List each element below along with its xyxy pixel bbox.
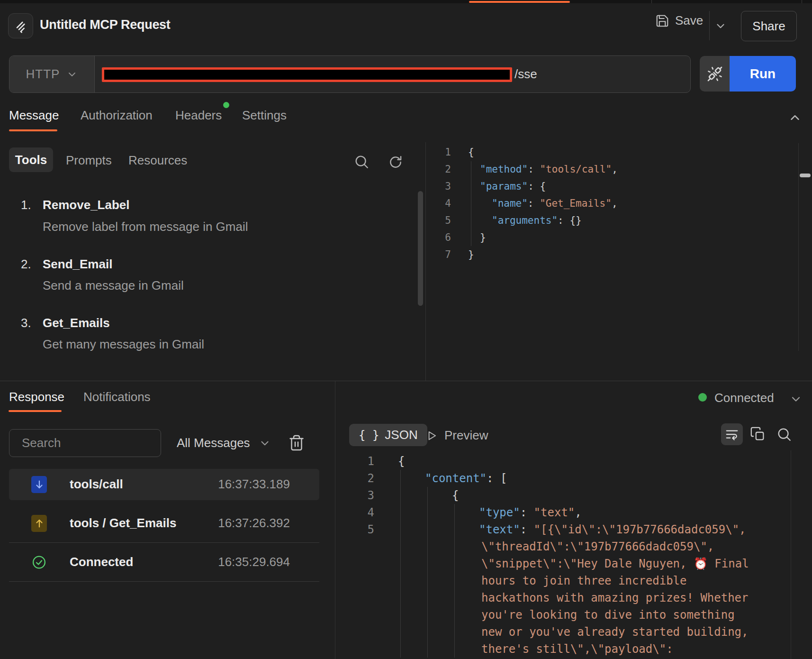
tool-item-name[interactable]: Remove_Label: [43, 198, 130, 212]
tool-item-name[interactable]: Get_Emails: [43, 316, 110, 330]
request-json-editor[interactable]: 1{2"method": "tools/call",3"params": {4"…: [425, 144, 618, 263]
code-line: \"threadId\":\"197b77666dadc059\",: [335, 538, 749, 555]
tab-strip-divider: [802, 0, 802, 3]
braces-icon: { }: [359, 429, 379, 442]
share-button[interactable]: Share: [741, 11, 797, 41]
copy-response-icon[interactable]: [750, 426, 766, 442]
play-icon: [425, 430, 438, 442]
response-scroll-track: [791, 450, 791, 659]
section-divider: [0, 381, 812, 381]
disconnect-button[interactable]: [700, 56, 730, 92]
header-divider: [709, 11, 710, 40]
line-number: 5: [425, 212, 451, 229]
subtab-tools[interactable]: Tools: [9, 147, 53, 172]
clear-messages-trash-icon[interactable]: [288, 434, 305, 451]
tab-settings[interactable]: Settings: [242, 108, 287, 123]
tab-headers[interactable]: Headers: [175, 108, 222, 123]
message-label: Connected: [70, 555, 133, 569]
response-json-editor[interactable]: 1{2"content": [3{4"type": "text",5"text"…: [335, 453, 749, 658]
tool-item-index: 2.: [21, 257, 31, 272]
line-number: 1: [335, 453, 374, 470]
save-label: Save: [675, 13, 703, 28]
line-number: 6: [425, 229, 451, 246]
code-line: 7}: [425, 246, 618, 263]
message-row[interactable]: Connected16:35:29.694: [9, 547, 319, 578]
message-row[interactable]: tools / Get_Emails16:37:26.392: [9, 508, 319, 539]
share-label: Share: [752, 19, 785, 34]
method-dropdown[interactable]: HTTP: [9, 56, 95, 92]
save-options-chevron-icon[interactable]: [714, 20, 727, 32]
subtab-prompts[interactable]: Prompts: [66, 153, 112, 168]
tab-message[interactable]: Message: [9, 108, 59, 123]
code-line: 5"arguments": {}: [425, 212, 618, 229]
editor-scroll-track: [798, 143, 799, 351]
subtab-resources[interactable]: Resources: [128, 153, 187, 168]
code-line: 2"content": [: [335, 470, 749, 487]
message-timestamp: 16:37:26.392: [218, 516, 290, 531]
code-line: there's still\",\"payload\":: [335, 641, 749, 658]
indent-guide: [471, 161, 471, 246]
tools-refresh-icon[interactable]: [388, 154, 404, 170]
code-line: 4"type": "text",: [335, 504, 749, 521]
tool-item-name[interactable]: Send_Email: [43, 257, 112, 272]
chevron-down-icon: [66, 69, 78, 80]
tab-response[interactable]: Response: [9, 390, 64, 404]
headers-indicator-dot: [223, 102, 229, 108]
viewer-mode-preview-button[interactable]: Preview: [425, 428, 488, 443]
indent-guide: [454, 504, 455, 658]
indent-guide: [400, 470, 401, 658]
indent-guide: [427, 487, 428, 658]
line-number: 1: [425, 144, 451, 161]
code-line: hours to join three incredible: [335, 572, 749, 589]
line-number: 3: [335, 487, 374, 504]
response-search-icon[interactable]: [776, 426, 792, 442]
collapse-section-chevron-icon[interactable]: [788, 110, 802, 125]
message-filter-label: All Messages: [177, 436, 250, 450]
message-filter-dropdown[interactable]: All Messages: [177, 436, 271, 450]
tools-search-icon[interactable]: [353, 154, 370, 170]
viewer-mode-json-button[interactable]: { } JSON: [349, 424, 427, 446]
run-button[interactable]: Run: [730, 56, 796, 92]
line-number: [335, 572, 374, 589]
line-number: 4: [425, 195, 451, 212]
save-icon: [655, 14, 669, 28]
active-tab-underline: [9, 129, 57, 131]
row-divider: [9, 542, 319, 543]
line-number: 2: [335, 470, 374, 487]
connection-status-dot: [698, 393, 707, 402]
mcp-logo-icon: [13, 18, 28, 34]
row-divider: [9, 581, 319, 582]
tab-authorization[interactable]: Authorization: [81, 108, 153, 123]
message-row[interactable]: tools/call16:37:33.189: [9, 469, 319, 500]
code-line: you're looking to dive into something: [335, 606, 749, 623]
code-line: 2"method": "tools/call",: [425, 161, 618, 178]
message-timestamp: 16:37:33.189: [218, 477, 290, 492]
tool-item-description: Get many messages in Gmail: [43, 337, 204, 352]
run-label: Run: [750, 66, 776, 82]
line-number: 4: [335, 504, 374, 521]
word-wrap-toggle-button[interactable]: [721, 423, 743, 445]
search-input[interactable]: [9, 436, 154, 450]
tool-item-description: Remove label from message in Gmail: [43, 220, 248, 234]
connection-status-chevron-icon[interactable]: [789, 393, 803, 406]
code-line: 1{: [425, 144, 618, 161]
tab-notifications[interactable]: Notifications: [83, 390, 151, 404]
check-circle-icon: [31, 554, 47, 571]
url-redaction-box: [102, 67, 512, 82]
message-search-field[interactable]: [9, 429, 161, 457]
disconnect-plug-icon: [705, 64, 724, 83]
request-url-bar[interactable]: HTTP /sse: [9, 55, 691, 93]
arrow-down-icon: [31, 476, 47, 493]
line-number: [335, 641, 374, 658]
connection-status-label: Connected: [714, 391, 774, 405]
line-number: [335, 623, 374, 641]
chevron-down-icon: [259, 437, 271, 449]
editor-scroll-thumb[interactable]: [800, 174, 811, 177]
tab-strip-divider: [651, 0, 652, 3]
method-label: HTTP: [26, 67, 60, 82]
line-number: [335, 538, 374, 555]
tools-list-scrollbar[interactable]: [418, 191, 423, 306]
subtab-tools-label: Tools: [15, 153, 47, 167]
save-button[interactable]: Save: [655, 13, 703, 28]
line-number: [335, 606, 374, 623]
